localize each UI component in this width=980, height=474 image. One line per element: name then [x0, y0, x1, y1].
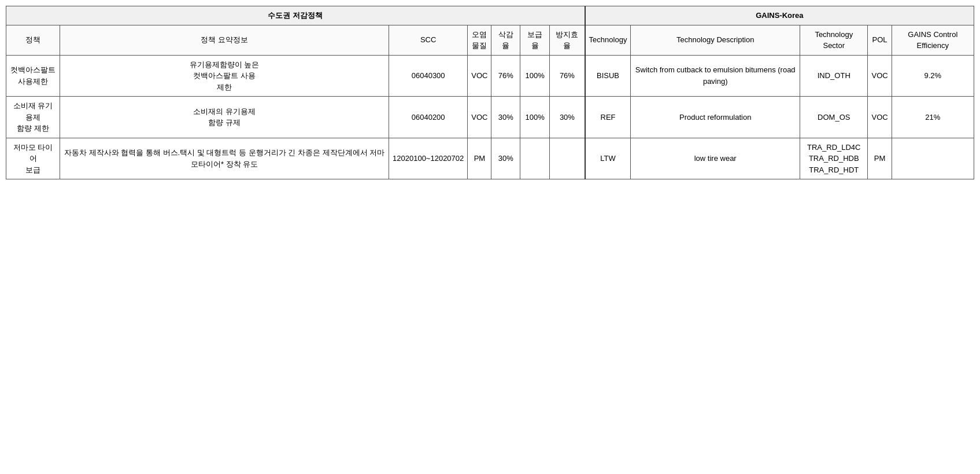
- col-reduction-rate: 삭감율: [491, 25, 520, 55]
- cell-scc: 06040200: [389, 97, 468, 138]
- cell-dissemination-rate: [520, 138, 550, 179]
- cell-tech-sector: IND_OTH: [800, 55, 868, 97]
- cell-dissemination-rate: 100%: [520, 55, 550, 97]
- cell-pollutant: VOC: [468, 55, 491, 97]
- cell-tech-sector: DOM_OS: [800, 97, 868, 138]
- cell-tech-description: Product reformulation: [631, 97, 800, 138]
- cell-policy-summary: 유기용제함량이 높은 컷백아스팔트 사용 제한: [60, 55, 389, 97]
- cell-policy-summary: 소비재의 유기용제 함량 규제: [60, 97, 389, 138]
- cell-pollutant: PM: [468, 138, 491, 179]
- cell-scc: 06040300: [389, 55, 468, 97]
- cell-tech-description: Switch from cutback to emulsion bitumens…: [631, 55, 800, 97]
- col-dissemination-rate: 보급율: [520, 25, 550, 55]
- cell-prevention-efficiency: [550, 138, 585, 179]
- main-table: 수도권 저감정책 GAINS-Korea 정책 정책 요약정보 SCC 오염 물…: [6, 6, 974, 179]
- col-scc: SCC: [389, 25, 468, 55]
- cell-reduction-rate: 30%: [491, 97, 520, 138]
- cell-gains-efficiency: 9.2%: [892, 55, 974, 97]
- section-right-header: GAINS-Korea: [585, 6, 974, 25]
- cell-technology: REF: [585, 97, 631, 138]
- cell-policy: 컷백아스팔트 사용제한: [6, 55, 60, 97]
- col-prevention-efficiency: 방지효율: [550, 25, 585, 55]
- col-tech-description: Technology Description: [631, 25, 800, 55]
- col-pollutant: 오염 물질: [468, 25, 491, 55]
- cell-pol: VOC: [868, 55, 892, 97]
- cell-reduction-rate: 76%: [491, 55, 520, 97]
- cell-gains-efficiency: [892, 138, 974, 179]
- cell-scc: 12020100~12020702: [389, 138, 468, 179]
- cell-policy: 소비재 유기용제 함량 제한: [6, 97, 60, 138]
- cell-tech-description: low tire wear: [631, 138, 800, 179]
- cell-pollutant: VOC: [468, 97, 491, 138]
- cell-dissemination-rate: 100%: [520, 97, 550, 138]
- table-row: 컷백아스팔트 사용제한유기용제함량이 높은 컷백아스팔트 사용 제한060403…: [6, 55, 974, 97]
- cell-gains-efficiency: 21%: [892, 97, 974, 138]
- cell-pol: VOC: [868, 97, 892, 138]
- col-gains-efficiency: GAINS Control Efficiency: [892, 25, 974, 55]
- section-left-header: 수도권 저감정책: [6, 6, 585, 25]
- cell-pol: PM: [868, 138, 892, 179]
- col-policy: 정책: [6, 25, 60, 55]
- col-pol: POL: [868, 25, 892, 55]
- table-row: 소비재 유기용제 함량 제한소비재의 유기용제 함량 규제06040200VOC…: [6, 97, 974, 138]
- col-technology: Technology: [585, 25, 631, 55]
- cell-prevention-efficiency: 30%: [550, 97, 585, 138]
- cell-technology: LTW: [585, 138, 631, 179]
- cell-technology: BISUB: [585, 55, 631, 97]
- cell-prevention-efficiency: 76%: [550, 55, 585, 97]
- cell-reduction-rate: 30%: [491, 138, 520, 179]
- cell-policy: 저마모 타이어 보급: [6, 138, 60, 179]
- cell-tech-sector: TRA_RD_LD4C TRA_RD_HDB TRA_RD_HDT: [800, 138, 868, 179]
- table-row: 저마모 타이어 보급자동차 제작사와 협력을 통해 버스.택시 및 대형트럭 등…: [6, 138, 974, 179]
- cell-policy-summary: 자동차 제작사와 협력을 통해 버스.택시 및 대형트럭 등 운행거리가 긴 차…: [60, 138, 389, 179]
- col-policy-summary: 정책 요약정보: [60, 25, 389, 55]
- col-tech-sector: Technology Sector: [800, 25, 868, 55]
